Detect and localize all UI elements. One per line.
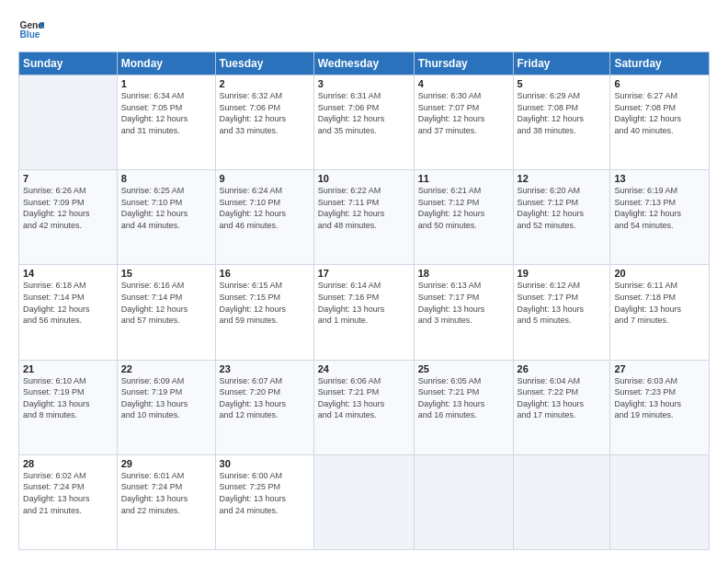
day-number: 20 bbox=[614, 268, 705, 279]
calendar-cell: 6Sunrise: 6:27 AM Sunset: 7:08 PM Daylig… bbox=[610, 75, 710, 170]
calendar-cell bbox=[610, 454, 710, 549]
logo: General Blue bbox=[18, 17, 48, 42]
calendar-cell: 5Sunrise: 6:29 AM Sunset: 7:08 PM Daylig… bbox=[513, 75, 610, 170]
day-number: 21 bbox=[23, 363, 113, 374]
day-number: 22 bbox=[121, 363, 211, 374]
day-number: 4 bbox=[418, 78, 509, 89]
day-number: 1 bbox=[121, 78, 211, 89]
day-info: Sunrise: 6:26 AM Sunset: 7:09 PM Dayligh… bbox=[23, 185, 113, 231]
header: General Blue bbox=[18, 17, 710, 42]
day-number: 23 bbox=[220, 363, 310, 374]
day-info: Sunrise: 6:12 AM Sunset: 7:17 PM Dayligh… bbox=[518, 280, 607, 326]
calendar-cell: 2Sunrise: 6:32 AM Sunset: 7:06 PM Daylig… bbox=[215, 75, 313, 170]
day-info: Sunrise: 6:30 AM Sunset: 7:07 PM Dayligh… bbox=[418, 90, 509, 136]
day-info: Sunrise: 6:19 AM Sunset: 7:13 PM Dayligh… bbox=[614, 185, 705, 231]
day-number: 12 bbox=[518, 173, 607, 184]
day-info: Sunrise: 6:27 AM Sunset: 7:08 PM Dayligh… bbox=[614, 90, 705, 136]
day-number: 2 bbox=[220, 78, 310, 89]
day-info: Sunrise: 6:09 AM Sunset: 7:19 PM Dayligh… bbox=[121, 375, 211, 421]
day-info: Sunrise: 6:11 AM Sunset: 7:18 PM Dayligh… bbox=[614, 280, 705, 326]
day-info: Sunrise: 6:31 AM Sunset: 7:06 PM Dayligh… bbox=[318, 90, 410, 136]
day-number: 30 bbox=[220, 458, 310, 469]
day-info: Sunrise: 6:14 AM Sunset: 7:16 PM Dayligh… bbox=[318, 280, 410, 326]
calendar-cell: 21Sunrise: 6:10 AM Sunset: 7:19 PM Dayli… bbox=[19, 360, 118, 454]
svg-text:Blue: Blue bbox=[20, 29, 40, 40]
weekday-header-saturday: Saturday bbox=[610, 52, 710, 75]
day-number: 24 bbox=[318, 363, 410, 374]
day-number: 28 bbox=[23, 458, 113, 469]
day-info: Sunrise: 6:00 AM Sunset: 7:25 PM Dayligh… bbox=[220, 470, 310, 516]
calendar-cell bbox=[313, 454, 414, 549]
day-info: Sunrise: 6:22 AM Sunset: 7:11 PM Dayligh… bbox=[318, 185, 410, 231]
day-number: 3 bbox=[318, 78, 410, 89]
day-info: Sunrise: 6:32 AM Sunset: 7:06 PM Dayligh… bbox=[220, 90, 310, 136]
calendar-cell: 30Sunrise: 6:00 AM Sunset: 7:25 PM Dayli… bbox=[215, 454, 313, 549]
calendar-cell: 11Sunrise: 6:21 AM Sunset: 7:12 PM Dayli… bbox=[414, 170, 513, 265]
calendar-cell: 14Sunrise: 6:18 AM Sunset: 7:14 PM Dayli… bbox=[19, 265, 118, 360]
day-info: Sunrise: 6:21 AM Sunset: 7:12 PM Dayligh… bbox=[418, 185, 509, 231]
calendar-cell: 13Sunrise: 6:19 AM Sunset: 7:13 PM Dayli… bbox=[610, 170, 710, 265]
weekday-header-sunday: Sunday bbox=[19, 52, 118, 75]
calendar-cell: 19Sunrise: 6:12 AM Sunset: 7:17 PM Dayli… bbox=[513, 265, 610, 360]
calendar-cell: 15Sunrise: 6:16 AM Sunset: 7:14 PM Dayli… bbox=[117, 265, 215, 360]
calendar-cell: 7Sunrise: 6:26 AM Sunset: 7:09 PM Daylig… bbox=[19, 170, 118, 265]
day-info: Sunrise: 6:24 AM Sunset: 7:10 PM Dayligh… bbox=[220, 185, 310, 231]
calendar-table: SundayMondayTuesdayWednesdayThursdayFrid… bbox=[18, 52, 710, 550]
calendar-cell: 27Sunrise: 6:03 AM Sunset: 7:23 PM Dayli… bbox=[610, 360, 710, 454]
day-number: 10 bbox=[318, 173, 410, 184]
calendar-cell: 25Sunrise: 6:05 AM Sunset: 7:21 PM Dayli… bbox=[414, 360, 513, 454]
calendar-cell bbox=[513, 454, 610, 549]
day-info: Sunrise: 6:20 AM Sunset: 7:12 PM Dayligh… bbox=[518, 185, 607, 231]
weekday-header-tuesday: Tuesday bbox=[215, 52, 313, 75]
calendar-cell: 4Sunrise: 6:30 AM Sunset: 7:07 PM Daylig… bbox=[414, 75, 513, 170]
calendar-cell bbox=[19, 75, 118, 170]
calendar-cell: 16Sunrise: 6:15 AM Sunset: 7:15 PM Dayli… bbox=[215, 265, 313, 360]
calendar-cell: 26Sunrise: 6:04 AM Sunset: 7:22 PM Dayli… bbox=[513, 360, 610, 454]
calendar-cell: 23Sunrise: 6:07 AM Sunset: 7:20 PM Dayli… bbox=[215, 360, 313, 454]
day-info: Sunrise: 6:03 AM Sunset: 7:23 PM Dayligh… bbox=[614, 375, 705, 421]
calendar-cell: 20Sunrise: 6:11 AM Sunset: 7:18 PM Dayli… bbox=[610, 265, 710, 360]
day-info: Sunrise: 6:01 AM Sunset: 7:24 PM Dayligh… bbox=[121, 470, 211, 516]
day-number: 15 bbox=[121, 268, 211, 279]
day-number: 6 bbox=[614, 78, 705, 89]
calendar-cell: 29Sunrise: 6:01 AM Sunset: 7:24 PM Dayli… bbox=[117, 454, 215, 549]
day-number: 9 bbox=[220, 173, 310, 184]
day-info: Sunrise: 6:05 AM Sunset: 7:21 PM Dayligh… bbox=[418, 375, 509, 421]
day-number: 16 bbox=[220, 268, 310, 279]
day-number: 19 bbox=[518, 268, 607, 279]
weekday-header-wednesday: Wednesday bbox=[313, 52, 414, 75]
day-info: Sunrise: 6:10 AM Sunset: 7:19 PM Dayligh… bbox=[23, 375, 113, 421]
day-number: 11 bbox=[418, 173, 509, 184]
day-number: 13 bbox=[614, 173, 705, 184]
day-info: Sunrise: 6:25 AM Sunset: 7:10 PM Dayligh… bbox=[121, 185, 211, 231]
weekday-header-thursday: Thursday bbox=[414, 52, 513, 75]
calendar-cell: 17Sunrise: 6:14 AM Sunset: 7:16 PM Dayli… bbox=[313, 265, 414, 360]
calendar-cell: 22Sunrise: 6:09 AM Sunset: 7:19 PM Dayli… bbox=[117, 360, 215, 454]
day-info: Sunrise: 6:29 AM Sunset: 7:08 PM Dayligh… bbox=[518, 90, 607, 136]
day-info: Sunrise: 6:15 AM Sunset: 7:15 PM Dayligh… bbox=[220, 280, 310, 326]
day-number: 8 bbox=[121, 173, 211, 184]
calendar-cell: 3Sunrise: 6:31 AM Sunset: 7:06 PM Daylig… bbox=[313, 75, 414, 170]
day-number: 14 bbox=[23, 268, 113, 279]
day-info: Sunrise: 6:02 AM Sunset: 7:24 PM Dayligh… bbox=[23, 470, 113, 516]
calendar-cell: 1Sunrise: 6:34 AM Sunset: 7:05 PM Daylig… bbox=[117, 75, 215, 170]
weekday-header-friday: Friday bbox=[513, 52, 610, 75]
day-info: Sunrise: 6:04 AM Sunset: 7:22 PM Dayligh… bbox=[518, 375, 607, 421]
calendar-cell: 9Sunrise: 6:24 AM Sunset: 7:10 PM Daylig… bbox=[215, 170, 313, 265]
calendar-cell: 12Sunrise: 6:20 AM Sunset: 7:12 PM Dayli… bbox=[513, 170, 610, 265]
day-number: 17 bbox=[318, 268, 410, 279]
calendar-cell: 10Sunrise: 6:22 AM Sunset: 7:11 PM Dayli… bbox=[313, 170, 414, 265]
day-number: 7 bbox=[23, 173, 113, 184]
calendar-cell: 28Sunrise: 6:02 AM Sunset: 7:24 PM Dayli… bbox=[19, 454, 118, 549]
calendar-cell bbox=[414, 454, 513, 549]
calendar-cell: 18Sunrise: 6:13 AM Sunset: 7:17 PM Dayli… bbox=[414, 265, 513, 360]
logo-icon: General Blue bbox=[18, 17, 44, 42]
day-number: 25 bbox=[418, 363, 509, 374]
day-info: Sunrise: 6:07 AM Sunset: 7:20 PM Dayligh… bbox=[220, 375, 310, 421]
day-info: Sunrise: 6:13 AM Sunset: 7:17 PM Dayligh… bbox=[418, 280, 509, 326]
day-info: Sunrise: 6:06 AM Sunset: 7:21 PM Dayligh… bbox=[318, 375, 410, 421]
day-info: Sunrise: 6:34 AM Sunset: 7:05 PM Dayligh… bbox=[121, 90, 211, 136]
calendar-cell: 8Sunrise: 6:25 AM Sunset: 7:10 PM Daylig… bbox=[117, 170, 215, 265]
day-number: 27 bbox=[614, 363, 705, 374]
day-info: Sunrise: 6:18 AM Sunset: 7:14 PM Dayligh… bbox=[23, 280, 113, 326]
